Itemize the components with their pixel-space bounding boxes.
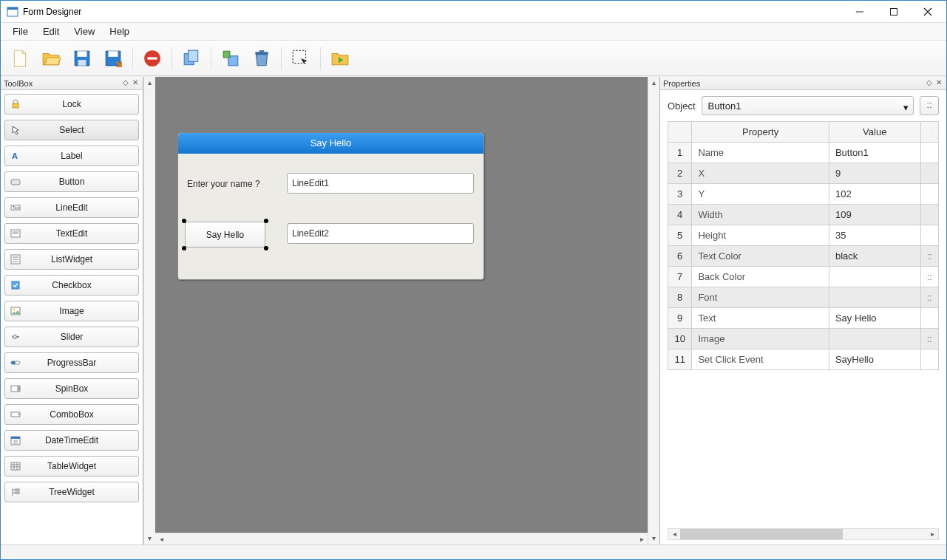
property-action-button[interactable]: ::	[920, 246, 938, 267]
property-name[interactable]: Font	[692, 287, 829, 308]
property-name[interactable]: Image	[692, 329, 829, 349]
property-row[interactable]: 10Image::	[668, 329, 939, 349]
toolbar-save[interactable]	[67, 45, 97, 72]
panel-close-icon[interactable]: ✕	[934, 79, 943, 88]
property-value[interactable]: 35	[829, 225, 920, 246]
toolbox-scrollbar[interactable]: ▴ ▾	[143, 77, 155, 544]
property-row[interactable]: 5Height35	[668, 225, 939, 246]
selection-handle[interactable]	[182, 219, 186, 223]
toolbox-item-combobox[interactable]: ComboBox	[4, 404, 139, 425]
property-name[interactable]: Text	[692, 308, 829, 329]
toolbox-item-progressbar[interactable]: ProgressBar	[4, 352, 139, 373]
property-row[interactable]: 4Width109	[668, 205, 939, 225]
panel-close-icon[interactable]: ✕	[131, 79, 140, 88]
toolbox-item-select[interactable]: Select	[4, 120, 139, 140]
toolbar-run-folder[interactable]	[325, 45, 355, 72]
panel-float-icon[interactable]: ◇	[121, 79, 130, 88]
toolbar-open[interactable]	[36, 45, 66, 72]
property-action-button[interactable]: ::	[920, 287, 938, 308]
scroll-left-icon[interactable]: ◂	[155, 533, 167, 544]
toolbox-item-lock[interactable]: Lock	[4, 94, 139, 115]
property-name[interactable]: X	[692, 163, 829, 184]
selection-handle[interactable]	[264, 246, 268, 250]
design-form[interactable]: Say Hello Enter your name ? Say Hello	[177, 132, 484, 280]
property-name[interactable]: Back Color	[692, 267, 829, 287]
scroll-down-icon[interactable]: ▾	[648, 533, 659, 544]
toolbox-item-button[interactable]: Button	[4, 171, 139, 192]
property-value[interactable]: 102	[829, 184, 920, 205]
panel-float-icon[interactable]: ◇	[925, 79, 934, 88]
toolbox-item-slider[interactable]: Slider	[4, 327, 139, 347]
toolbox-item-lineedit[interactable]: TextLineEdit	[4, 197, 139, 218]
canvas-vscrollbar[interactable]: ▴ ▾	[648, 77, 659, 544]
scroll-left-icon[interactable]: ◂	[668, 529, 680, 539]
maximize-button[interactable]	[877, 1, 911, 22]
property-name[interactable]: Y	[692, 184, 829, 205]
property-value[interactable]	[829, 267, 920, 287]
property-action-button[interactable]: ::	[920, 329, 938, 349]
property-row[interactable]: 7Back Color::	[668, 267, 939, 287]
property-row[interactable]: 11Set Click EventSayHello	[668, 349, 939, 370]
toolbox-header[interactable]: ToolBox ◇ ✕	[1, 77, 143, 90]
property-row[interactable]: 2X9	[668, 163, 939, 184]
selection-handle[interactable]	[182, 246, 186, 250]
toolbox-item-textedit[interactable]: TextEdit	[4, 223, 139, 244]
property-row[interactable]: 8Font::	[668, 287, 939, 308]
menu-help[interactable]: Help	[102, 24, 137, 38]
scroll-right-icon[interactable]: ▸	[926, 529, 938, 539]
form-lineedit-2[interactable]	[287, 223, 474, 244]
property-action-button[interactable]: ::	[920, 267, 938, 287]
property-value[interactable]	[829, 287, 920, 308]
menu-edit[interactable]: Edit	[35, 24, 67, 38]
toolbar-delete-bin[interactable]	[247, 45, 276, 72]
property-value[interactable]: Say Hello	[829, 308, 920, 329]
property-value[interactable]: Button1	[829, 143, 920, 163]
toolbar-delete-red[interactable]	[138, 45, 167, 72]
toolbox-item-spinbox[interactable]: SpinBox	[4, 378, 139, 399]
property-name[interactable]: Name	[692, 143, 829, 163]
canvas-viewport[interactable]: Say Hello Enter your name ? Say Hello	[155, 77, 648, 533]
close-button[interactable]	[911, 1, 945, 22]
form-titlebar[interactable]: Say Hello	[178, 133, 483, 154]
selection-handle[interactable]	[264, 219, 268, 223]
object-extra-button[interactable]: ::	[920, 96, 939, 115]
property-value[interactable]: 9	[829, 163, 920, 184]
toolbox-item-checkbox[interactable]: Checkbox	[4, 275, 139, 296]
col-property[interactable]: Property	[692, 122, 829, 143]
property-value[interactable]: black	[829, 246, 920, 267]
scroll-thumb[interactable]	[680, 529, 843, 539]
toolbar-duplicate[interactable]	[177, 45, 206, 72]
property-row[interactable]: 1NameButton1	[668, 143, 939, 163]
form-label-enter-name[interactable]: Enter your name ?	[187, 179, 260, 189]
menu-view[interactable]: View	[67, 24, 102, 38]
toolbox-item-datetimeedit[interactable]: DateTimeEdit	[4, 430, 139, 451]
property-value[interactable]	[829, 329, 920, 349]
toolbar-order[interactable]	[216, 45, 245, 72]
properties-header[interactable]: Properties ◇ ✕	[660, 77, 946, 90]
property-value[interactable]: SayHello	[829, 349, 920, 370]
toolbox-item-image[interactable]: Image	[4, 301, 139, 321]
properties-hscrollbar[interactable]: ◂ ▸	[668, 528, 939, 540]
canvas-hscrollbar[interactable]: ◂ ▸	[155, 533, 648, 544]
property-name[interactable]: Width	[692, 205, 829, 225]
toolbox-item-label[interactable]: ALabel	[4, 146, 139, 166]
menu-file[interactable]: File	[5, 24, 35, 38]
scroll-up-icon[interactable]: ▴	[648, 77, 659, 89]
form-button-say-hello[interactable]: Say Hello	[185, 222, 265, 247]
scroll-down-icon[interactable]: ▾	[144, 533, 155, 544]
minimize-button[interactable]	[843, 1, 877, 22]
scroll-right-icon[interactable]: ▸	[636, 533, 648, 544]
toolbox-item-listwidget[interactable]: ListWidget	[4, 249, 139, 270]
toolbox-item-treewidget[interactable]: TreeWidget	[4, 482, 139, 502]
toolbox-item-tablewidget[interactable]: TableWidget	[4, 456, 139, 477]
toolbar-save-as[interactable]	[98, 45, 128, 72]
property-row[interactable]: 3Y102	[668, 184, 939, 205]
property-name[interactable]: Text Color	[692, 246, 829, 267]
form-lineedit-1[interactable]	[287, 173, 474, 194]
property-row[interactable]: 9TextSay Hello	[668, 308, 939, 329]
col-value[interactable]: Value	[829, 122, 920, 143]
toolbar-select-area[interactable]	[286, 45, 316, 72]
scroll-up-icon[interactable]: ▴	[144, 77, 155, 89]
property-name[interactable]: Set Click Event	[692, 349, 829, 370]
toolbar-new[interactable]	[5, 45, 35, 72]
